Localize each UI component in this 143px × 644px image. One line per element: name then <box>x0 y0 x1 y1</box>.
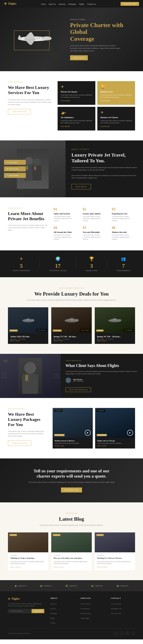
package-info-0: Mediterranean in Monaco Lorem ipsum dolo… <box>53 438 93 448</box>
service-icon-0: ✈ <box>61 84 92 89</box>
hero-book-button[interactable]: BOOK NOW <box>70 55 88 60</box>
deal-info-1: Boeing 737 VIP – All Jum... 💺 12 Seats 📍… <box>51 333 92 344</box>
blog-read-more-1[interactable]: READ MORE → <box>54 566 89 568</box>
footer-link-2-0[interactable]: +1 234 567 890 <box>111 603 121 605</box>
footer-link-1-2[interactable]: Business Class <box>81 612 91 614</box>
view-testimonials-button[interactable]: VIEW TESTIMONIALS <box>66 388 91 392</box>
blog-read-more-0[interactable]: READ MORE → <box>10 566 46 568</box>
hero-image-area <box>12 28 66 50</box>
services-view-all-button[interactable]: VIEW SERVICES <box>8 109 31 114</box>
nav-packages[interactable]: Packages <box>68 3 76 5</box>
hero-content: Welcome to Flights Private Charter with … <box>66 18 135 60</box>
testimonials-title: What Client Says About Flights <box>66 363 138 368</box>
packages-grid: ★★★★★ From $4,200 ▶ Mediterranean in Mon… <box>53 408 135 448</box>
footer-link-2-2[interactable]: New York, USA <box>111 612 121 614</box>
footer-link-0-0[interactable]: About Us <box>50 603 56 605</box>
service-desc-0: Lorem ipsum dolor sit amet, consectetur … <box>61 94 92 98</box>
service-card-3: ✈ Business Jet Charter Lorem ipsum dolor… <box>97 107 135 130</box>
about-badge-text-2: Global Flights <box>9 174 18 176</box>
deal-image-1: FEATURED From $7,400 <box>51 307 92 333</box>
package-play-button-1[interactable]: ▶ <box>127 430 133 436</box>
benefits-left-panel: OUR BENEFIT Learn More About Private Jet… <box>8 207 48 240</box>
footer-link-2-1[interactable]: info@flights.com <box>111 608 122 610</box>
nav-flights[interactable]: Flights <box>79 3 84 5</box>
footer-email-input[interactable] <box>8 609 32 613</box>
services-grid: ✈ Private Jet Charter Lorem ipsum dolor … <box>58 81 135 130</box>
services-description: Lorem ipsum dolor sit amet, consectetur … <box>8 99 52 106</box>
package-play-button-0[interactable]: ▶ <box>85 430 91 436</box>
stat-icon-3: 👥 <box>117 256 130 261</box>
about-view-button[interactable]: VIEW ABOUT <box>71 184 91 189</box>
nav-home[interactable]: Home <box>41 3 46 5</box>
about-section: ✈ Luxury Flight ⭐ Best Premium 🌍 Global … <box>0 140 143 197</box>
benefit-desc-0: Lorem ipsum dolor sit amet, consectetur … <box>54 216 77 222</box>
footer-newsletter: SUBSCRIBE <box>8 609 44 613</box>
author-details: Jack Turner CEO, TravelCorp <box>73 378 84 382</box>
footer-col-about: About About Us Services Packages Flights… <box>50 597 74 624</box>
benefits-description: Lorem ipsum dolor sit amet, consectetur … <box>8 224 48 231</box>
testimonials-section: " ‹ › TESTIMONIALS What Client Says Abou… <box>0 354 143 398</box>
testimonial-next-button[interactable]: › <box>54 374 59 378</box>
partner-name-2: Logoipsum <box>69 585 77 587</box>
footer-link-0-2[interactable]: Packages <box>50 612 57 614</box>
deals-grid: POPULAR From $5,200 Airbus A318 VIP Suit… <box>8 307 135 344</box>
hero-welcome-text: Welcome to Flights <box>70 18 135 20</box>
benefit-number-1: 02 <box>83 207 106 212</box>
benefits-items: 01 Safety and Security Lorem ipsum dolor… <box>54 207 135 240</box>
footer-link-1-3[interactable]: Cargo Flights <box>81 617 90 619</box>
footer-link-0-3[interactable]: Flights <box>50 617 55 619</box>
about-label: ABOUT FLIGHTS <box>71 148 137 150</box>
svg-point-11 <box>33 158 40 166</box>
package-rating-1: ★★★★★ <box>97 410 105 412</box>
footer-subscribe-button[interactable]: SUBSCRIBE <box>32 609 44 613</box>
footer-facebook-icon[interactable]: f <box>114 632 118 636</box>
deal-book-button-0[interactable]: BOOK NOW <box>10 340 46 342</box>
package-price-0: From $4,200 <box>54 434 65 436</box>
deal-book-button-1[interactable]: BOOK NOW <box>54 340 89 342</box>
about-desc-1: Lorem ipsum dolor sit amet, consectetur … <box>71 166 137 171</box>
footer-youtube-icon[interactable]: y <box>131 632 135 636</box>
deal-seats-1: 💺 12 Seats <box>54 338 61 340</box>
cta-title: Tell us your requirements and one of our… <box>32 468 111 479</box>
footer-col-title-0: About <box>50 597 74 599</box>
about-badge-1: ⭐ Best Premium <box>4 166 26 171</box>
deal-booking-1: 💺 12 Seats 📍 9,200 km <box>54 338 89 340</box>
cta-enquire-button[interactable]: ENQUIRE NOW <box>61 488 82 492</box>
footer-link-0-4[interactable]: Contact <box>50 622 55 624</box>
about-badge-text-0: Luxury Flight <box>8 161 17 163</box>
benefit-number-2: 03 <box>112 207 135 212</box>
quote-mark: " <box>3 357 8 370</box>
packages-view-all-button[interactable]: VIEW PACKAGES <box>8 440 31 446</box>
footer-twitter-icon[interactable]: t <box>120 632 124 636</box>
blog-post-title-1: How new tech makes your trip plans... <box>54 557 89 560</box>
deal-book-button-2[interactable]: BOOK NOW <box>97 340 133 342</box>
footer-link-0-1[interactable]: Services <box>50 608 56 610</box>
blog-title: Latest Blog <box>8 516 135 522</box>
blog-post-title-0: Thinking of a Trip or Amazing... <box>10 557 46 560</box>
deal-range-2: 📍 12,000 km <box>106 338 114 340</box>
nav-contact[interactable]: Contact Us <box>87 3 96 5</box>
blog-section: OUR BLOG Latest Blog Lorem ipsum dolor s… <box>0 502 143 580</box>
blog-subtitle: Lorem ipsum dolor sit amet, consectetur … <box>8 524 135 526</box>
footer-instagram-icon[interactable]: in <box>126 632 130 636</box>
stat-label-0: YEARS EXPERIENCE <box>13 270 30 271</box>
benefit-title-2: Experienced Crew <box>112 212 135 215</box>
nav-services[interactable]: Services <box>59 3 66 5</box>
package-book-button-0[interactable]: BOOK NOW <box>55 445 91 446</box>
blog-read-more-2[interactable]: READ MORE → <box>97 566 133 568</box>
nav-enquire-button[interactable]: ENQUIRE NOW <box>121 2 139 6</box>
service-icon-1: 🏆 <box>101 84 132 89</box>
stat-0: ✈ 5 YEARS EXPERIENCE <box>13 256 30 271</box>
deals-title: We Provide Luxury Deals for You <box>8 291 135 297</box>
footer-bottom: © 2024 Flights. All Rights Reserved. f t… <box>8 628 135 636</box>
testimonial-prev-button[interactable]: ‹ <box>2 374 6 378</box>
footer-link-1-0[interactable]: Private Charter <box>81 603 91 605</box>
nav-logo[interactable]: ✈ Flights <box>4 2 16 6</box>
blog-date-0: 15 MARCH <box>10 555 46 556</box>
about-badge-icon-2: 🌍 <box>6 174 9 176</box>
nav-about[interactable]: About Us <box>48 3 56 5</box>
hero-title: Private Charter with Global Coverage <box>70 22 135 42</box>
cta-section: Tell us your requirements and one of our… <box>0 458 143 502</box>
footer-link-1-1[interactable]: Air Ambulance <box>81 608 90 610</box>
package-book-button-1[interactable]: BOOK NOW <box>97 445 133 446</box>
